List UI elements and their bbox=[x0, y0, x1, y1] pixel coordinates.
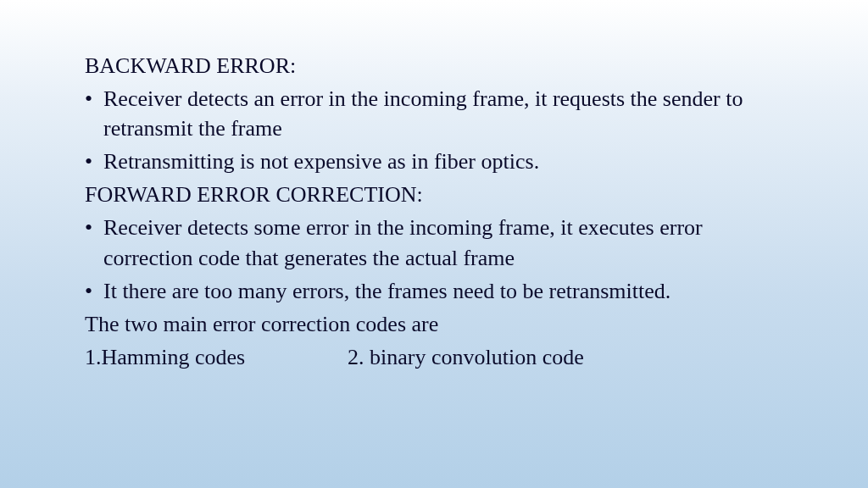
bullet-text: Retransmitting is not expensive as in fi… bbox=[103, 147, 783, 176]
heading-backward-error: BACKWARD ERROR: bbox=[85, 51, 783, 80]
bullet-item: • Receiver detects some error in the inc… bbox=[85, 213, 783, 272]
slide-content: BACKWARD ERROR: • Receiver detects an er… bbox=[0, 0, 868, 372]
bullet-icon: • bbox=[85, 213, 103, 272]
bullet-text: It there are too many errors, the frames… bbox=[103, 276, 783, 306]
bullet-icon: • bbox=[85, 276, 103, 306]
footer-line: The two main error correction codes are bbox=[85, 309, 783, 339]
heading-forward-error-correction: FORWARD ERROR CORRECTION: bbox=[85, 180, 783, 209]
code-item-2: 2. binary convolution code bbox=[348, 342, 584, 372]
code-item-1: 1.Hamming codes bbox=[85, 342, 348, 372]
bullet-item: • It there are too many errors, the fram… bbox=[85, 276, 783, 306]
bullet-icon: • bbox=[85, 147, 103, 176]
bullet-icon: • bbox=[85, 84, 103, 143]
codes-row: 1.Hamming codes 2. binary convolution co… bbox=[85, 342, 783, 372]
bullet-text: Receiver detects an error in the incomin… bbox=[103, 84, 783, 143]
bullet-item: • Receiver detects an error in the incom… bbox=[85, 84, 783, 143]
bullet-item: • Retransmitting is not expensive as in … bbox=[85, 147, 783, 176]
bullet-text: Receiver detects some error in the incom… bbox=[103, 213, 783, 272]
